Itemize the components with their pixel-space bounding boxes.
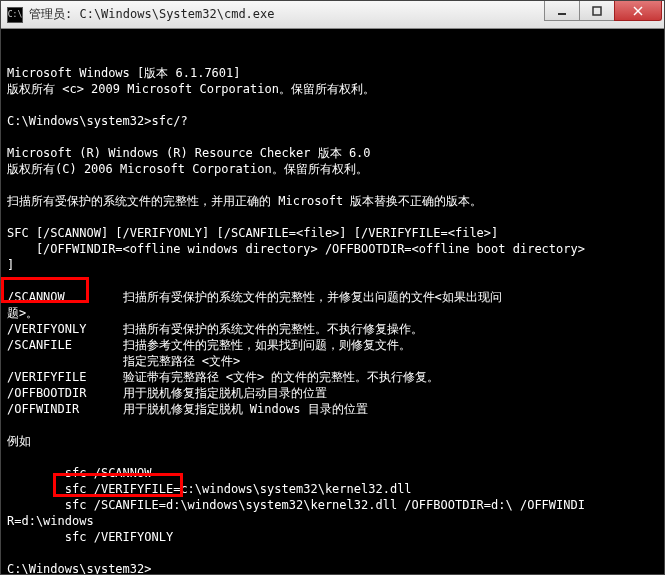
minimize-button[interactable]: [544, 1, 580, 21]
term-line: /SCANFILE 扫描参考文件的完整性，如果找到问题，则修复文件。: [7, 338, 411, 352]
term-line: 版权所有(C) 2006 Microsoft Corporation。保留所有权…: [7, 162, 368, 176]
term-line: sfc /SCANFILE=d:\windows\system32\kernel…: [7, 498, 585, 512]
term-line: sfc /VERIFYFILE=c:\windows\system32\kern…: [7, 482, 412, 496]
cursor: [152, 563, 159, 574]
terminal-output[interactable]: Microsoft Windows [版本 6.1.7601] 版权所有 <c>…: [1, 29, 664, 574]
window-controls: [545, 1, 662, 21]
term-line: /VERIFYONLY 扫描所有受保护的系统文件的完整性。不执行修复操作。: [7, 322, 423, 336]
term-line: 指定完整路径 <文件>: [7, 354, 240, 368]
titlebar[interactable]: C:\ 管理员: C:\Windows\System32\cmd.exe: [1, 1, 664, 29]
term-line: /VERIFYFILE 验证带有完整路径 <文件> 的文件的完整性。不执行修复。: [7, 370, 440, 384]
term-line: SFC [/SCANNOW] [/VERIFYONLY] [/SCANFILE=…: [7, 226, 498, 240]
window-title: 管理员: C:\Windows\System32\cmd.exe: [29, 6, 545, 23]
term-line: /SCANNOW 扫描所有受保护的系统文件的完整性，并修复出问题的文件<如果出现…: [7, 290, 502, 304]
term-line: sfc /SCANNOW: [7, 466, 152, 480]
term-line: Microsoft (R) Windows (R) Resource Check…: [7, 146, 371, 160]
term-line: [/OFFWINDIR=<offline windows directory> …: [7, 242, 585, 256]
term-line: ]: [7, 258, 14, 272]
cmd-icon: C:\: [7, 7, 23, 23]
term-line: 扫描所有受保护的系统文件的完整性，并用正确的 Microsoft 版本替换不正确…: [7, 194, 482, 208]
cmd-window: C:\ 管理员: C:\Windows\System32\cmd.exe Mic…: [0, 0, 665, 575]
term-line: /OFFWINDIR 用于脱机修复指定脱机 Windows 目录的位置: [7, 402, 368, 416]
term-line: C:\Windows\system32>sfc/?: [7, 114, 188, 128]
close-button[interactable]: [614, 1, 662, 21]
term-line: C:\Windows\system32>: [7, 562, 152, 574]
term-line: /OFFBOOTDIR 用于脱机修复指定脱机启动目录的位置: [7, 386, 327, 400]
maximize-button[interactable]: [579, 1, 615, 21]
term-line: 版权所有 <c> 2009 Microsoft Corporation。保留所有…: [7, 82, 375, 96]
term-line: 例如: [7, 434, 31, 448]
svg-rect-1: [593, 7, 601, 15]
term-line: 题>。: [7, 306, 38, 320]
term-line: Microsoft Windows [版本 6.1.7601]: [7, 66, 241, 80]
term-line: sfc /VERIFYONLY: [7, 530, 173, 544]
term-line: R=d:\windows: [7, 514, 94, 528]
